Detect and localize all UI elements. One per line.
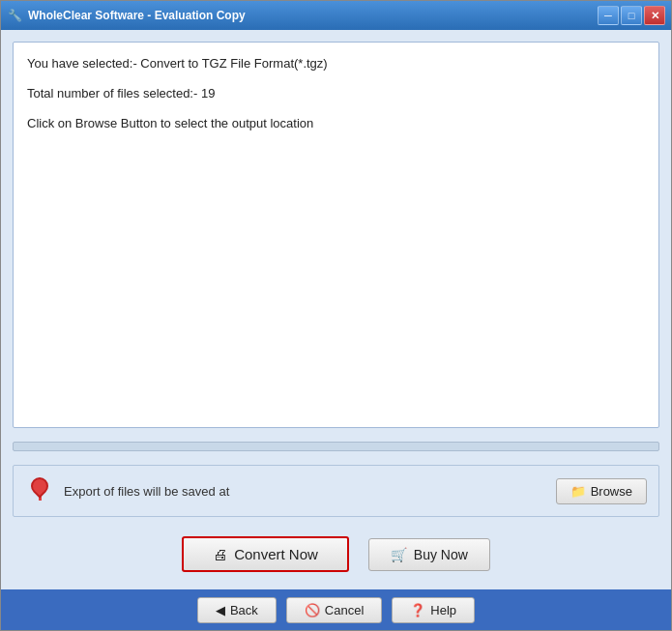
help-icon: ❓ (410, 603, 425, 617)
main-window: 🔧 WholeClear Software - Evaluation Copy … (0, 0, 672, 631)
info-box: You have selected:- Convert to TGZ File … (13, 42, 659, 428)
browse-button[interactable]: 📁 Browse (556, 478, 647, 504)
maximize-button[interactable]: □ (621, 6, 642, 25)
app-icon: 🔧 (7, 8, 22, 23)
bottom-nav-bar: ◀ Back 🚫 Cancel ❓ Help (1, 589, 671, 630)
convert-icon: 🖨 (213, 546, 227, 562)
window-controls: ─ □ ✕ (598, 6, 665, 25)
selected-format-info: You have selected:- Convert to TGZ File … (27, 54, 645, 74)
cart-icon: 🛒 (391, 547, 407, 562)
window-title: WholeClear Software - Evaluation Copy (28, 9, 598, 22)
file-count-info: Total number of files selected:- 19 (27, 84, 645, 104)
location-pin-icon (25, 473, 54, 508)
action-row: 🖨 Convert Now 🛒 Buy Now (13, 527, 659, 578)
back-arrow-icon: ◀ (216, 603, 225, 617)
content-area: You have selected:- Convert to TGZ File … (1, 30, 671, 589)
progress-bar-container (13, 442, 659, 451)
close-button[interactable]: ✕ (644, 6, 665, 25)
minimize-button[interactable]: ─ (598, 6, 619, 25)
back-button[interactable]: ◀ Back (197, 597, 277, 623)
convert-label: Convert Now (234, 546, 318, 562)
cancel-label: Cancel (325, 603, 364, 617)
save-location-label: Export of files will be saved at (64, 484, 546, 499)
buy-now-button[interactable]: 🛒 Buy Now (368, 538, 490, 571)
progress-area (13, 438, 659, 455)
browse-label: Browse (591, 484, 632, 499)
folder-icon: 📁 (570, 484, 586, 499)
help-button[interactable]: ❓ Help (392, 597, 475, 623)
back-label: Back (230, 603, 258, 617)
help-label: Help (430, 603, 456, 617)
pin-shape (30, 477, 49, 504)
browse-instruction: Click on Browse Button to select the out… (27, 114, 645, 134)
buy-label: Buy Now (414, 547, 468, 562)
convert-now-button[interactable]: 🖨 Convert Now (182, 536, 349, 572)
pin-head (27, 473, 51, 498)
title-bar: 🔧 WholeClear Software - Evaluation Copy … (1, 1, 671, 30)
save-location-row: Export of files will be saved at 📁 Brows… (13, 465, 659, 517)
cancel-icon: 🚫 (305, 603, 320, 617)
cancel-button[interactable]: 🚫 Cancel (286, 597, 382, 623)
